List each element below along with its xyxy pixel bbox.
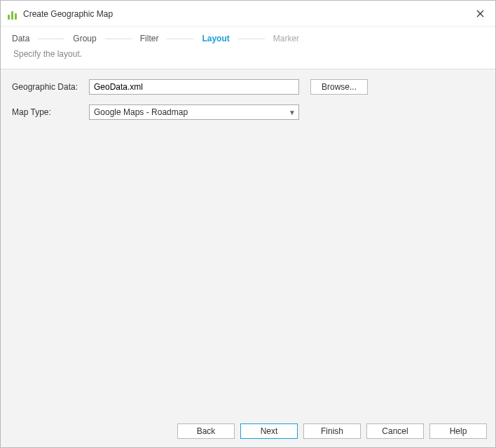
step-filter[interactable]: Filter <box>139 34 160 43</box>
step-connector <box>167 39 193 39</box>
titlebar: Create Geographic Map <box>1 1 495 27</box>
label-map-type: Map Type: <box>12 107 83 117</box>
content-area: Geographic Data: Browse... Map Type: Goo… <box>1 69 495 417</box>
app-icon <box>8 8 19 20</box>
step-connector <box>238 39 265 39</box>
wizard-steps: Data Group Filter Layout Marker <box>1 27 495 49</box>
label-geographic-data: Geographic Data: <box>12 82 83 92</box>
close-icon <box>476 8 484 20</box>
window-title: Create Geographic Map <box>23 9 471 19</box>
help-button[interactable]: Help <box>429 423 487 439</box>
wizard-subtext: Specify the layout. <box>1 49 495 69</box>
step-connector <box>38 39 64 39</box>
step-marker: Marker <box>272 34 301 43</box>
map-type-value: Google Maps - Roadmap <box>94 107 188 117</box>
finish-button[interactable]: Finish <box>303 423 361 439</box>
map-type-select[interactable]: Google Maps - Roadmap ▼ <box>89 104 299 120</box>
footer-buttons: Back Next Finish Cancel Help <box>1 417 495 447</box>
step-data[interactable]: Data <box>11 34 31 43</box>
step-group[interactable]: Group <box>71 34 97 43</box>
close-button[interactable] <box>471 6 488 22</box>
chevron-down-icon: ▼ <box>289 109 296 116</box>
geographic-data-input[interactable] <box>89 79 299 95</box>
step-layout[interactable]: Layout <box>200 34 230 43</box>
browse-button[interactable]: Browse... <box>310 79 368 95</box>
row-map-type: Map Type: Google Maps - Roadmap ▼ <box>12 104 484 120</box>
row-geographic-data: Geographic Data: Browse... <box>12 79 484 95</box>
back-button[interactable]: Back <box>177 423 235 439</box>
cancel-button[interactable]: Cancel <box>366 423 424 439</box>
next-button[interactable]: Next <box>240 423 298 439</box>
step-connector <box>105 39 132 39</box>
